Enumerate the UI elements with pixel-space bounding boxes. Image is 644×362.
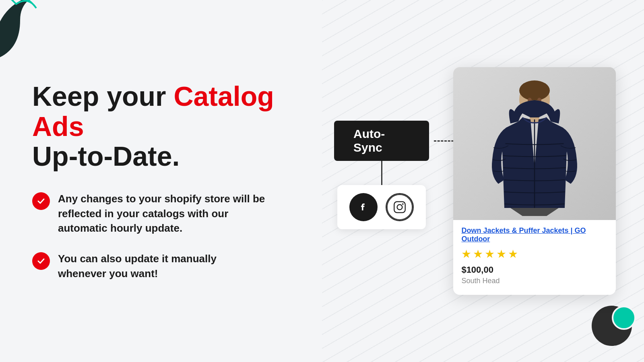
feature-item-2: You can also update it manually whenever… (32, 251, 266, 281)
product-location: South Head (461, 277, 608, 285)
instagram-icon (386, 193, 414, 221)
svg-point-4 (402, 203, 404, 205)
star-4: ★ (496, 247, 506, 261)
social-icons-row (337, 185, 426, 229)
star-5: ★ (508, 247, 518, 261)
star-2: ★ (473, 247, 483, 261)
feature-list: Any changes to your shopify store will b… (32, 191, 314, 281)
svg-point-7 (519, 80, 550, 101)
auto-sync-wrapper: Auto-Sync (334, 121, 429, 161)
product-card: Down Jackets & Puffer Jackets | GO Outdo… (453, 67, 616, 295)
sync-and-socials: Auto-Sync (334, 121, 429, 241)
headline-part1: Keep your (32, 81, 173, 111)
star-3: ★ (485, 247, 495, 261)
checkmark-svg-2 (36, 256, 46, 266)
headline: Keep your Catalog Ads Up-to-Date. (32, 81, 314, 171)
product-info: Down Jackets & Puffer Jackets | GO Outdo… (453, 220, 616, 287)
check-icon-2 (32, 252, 50, 270)
checkmark-svg-1 (36, 196, 46, 206)
feature-text-1: Any changes to your shopify store will b… (58, 191, 266, 235)
jacket-illustration (478, 71, 591, 216)
main-container: Keep your Catalog Ads Up-to-Date. Any ch… (0, 0, 644, 362)
svg-point-1 (387, 195, 412, 220)
product-title[interactable]: Down Jackets & Puffer Jackets | GO Outdo… (461, 226, 608, 243)
auto-sync-badge: Auto-Sync (334, 121, 429, 161)
check-icon-1 (32, 192, 50, 210)
auto-sync-label: Auto-Sync (353, 127, 385, 154)
headline-part3: Up-to-Date. (32, 141, 180, 171)
star-1: ★ (461, 247, 471, 261)
left-section: Keep your Catalog Ads Up-to-Date. Any ch… (32, 81, 338, 281)
feature-text-2: You can also update it manually whenever… (58, 251, 266, 281)
product-price: $100,00 (461, 265, 608, 275)
svg-point-0 (356, 200, 371, 214)
product-image-container (453, 67, 616, 220)
feature-item-1: Any changes to your shopify store will b… (32, 191, 266, 235)
right-section: Auto-Sync (338, 67, 612, 295)
right-content: Auto-Sync (334, 67, 616, 295)
vertical-connector (381, 161, 382, 185)
stars-row: ★ ★ ★ ★ ★ (461, 247, 608, 261)
facebook-icon (349, 193, 378, 221)
jacket-figure (453, 67, 616, 220)
